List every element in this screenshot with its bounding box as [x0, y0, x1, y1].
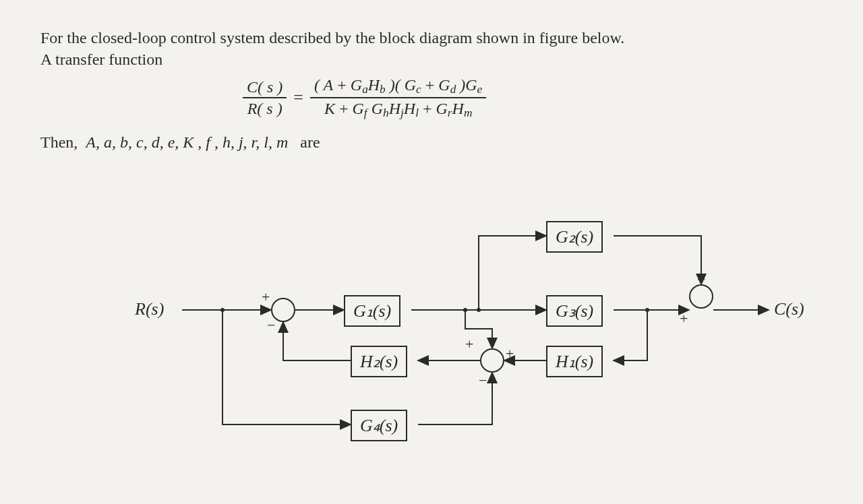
s2-plus-top: +	[465, 336, 473, 353]
transfer-function: C( s ) R( s ) = ( A + GaHb )( Gc + Gd )G…	[243, 76, 823, 120]
tf-rhs-num: ( A + GaHb )( Gc + Gd )Ge	[310, 76, 486, 98]
block-g2: G₂(s)	[546, 221, 603, 253]
svg-point-11	[645, 308, 649, 312]
s1-plus: +	[262, 288, 270, 306]
then-line: Then, A, a, b, c, d, e, K , f , h, j, r,…	[40, 131, 823, 153]
tf-lhs-num: C( s )	[243, 78, 287, 98]
s3-plus-left: +	[680, 310, 688, 327]
wire-layer	[115, 209, 802, 478]
tf-lhs-den: R( s )	[243, 98, 287, 117]
block-g1: G₁(s)	[344, 295, 400, 327]
block-h1: H₁(s)	[546, 346, 603, 377]
input-signal: R(s)	[135, 299, 164, 319]
problem-line-1: For the closed-loop control system descr…	[40, 27, 823, 49]
tf-rhs-den: K + Gf GhHjHl + GrHm	[320, 98, 476, 119]
svg-point-9	[463, 308, 467, 312]
s2-minus: −	[479, 372, 487, 389]
s1-minus: −	[267, 317, 275, 334]
s3-plus-top: +	[697, 271, 705, 288]
block-diagram: R(s) + − G₁(s) G₂(s) G₃(s) + + C(s) H₁(s…	[115, 209, 802, 478]
svg-point-10	[220, 308, 225, 312]
problem-line-2: A transfer function	[40, 49, 823, 70]
s2-plus-right: +	[506, 345, 514, 363]
summing-junction-2	[480, 348, 504, 373]
svg-point-8	[477, 308, 481, 312]
problem-statement: For the closed-loop control system descr…	[40, 27, 823, 154]
block-g3: G₃(s)	[546, 295, 603, 327]
equals-sign: =	[293, 88, 303, 108]
block-h2: H₂(s)	[351, 346, 407, 377]
block-g4: G₄(s)	[351, 410, 407, 441]
output-signal: C(s)	[774, 299, 804, 319]
